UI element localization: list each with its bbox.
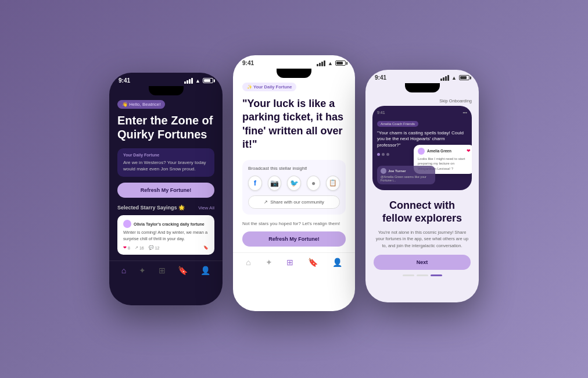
nav-bookmark[interactable]: 🔖 <box>178 266 188 275</box>
broadcast-title: Broadcast this stellar insight! <box>248 166 340 171</box>
skip-onboarding-btn[interactable]: Skip Onboarding <box>365 95 479 106</box>
daily-fortune-label: Your Daily Fortune <box>123 153 209 157</box>
realign-text: Not the stars you hoped for? Let's reali… <box>242 220 346 227</box>
daily-fortune-text: Are we in Westeros? Your bravery today w… <box>123 159 209 172</box>
shares-count[interactable]: ↗ 16 <box>135 245 144 250</box>
nav-stars[interactable]: ✦ <box>139 266 146 275</box>
fortune-tag: ✨ Your Daily Fortune <box>242 83 296 91</box>
bottom-nav-1: ⌂ ✦ ⊞ 🔖 👤 <box>109 261 223 279</box>
comment-avatar <box>418 148 425 155</box>
nav-grid[interactable]: ⊞ <box>159 266 166 275</box>
share-icon: ↗ <box>135 245 138 250</box>
connect-text: You're not alone in this cosmic journey!… <box>374 229 471 249</box>
view-all-link[interactable]: View All <box>198 205 214 211</box>
broadcast-section: Broadcast this stellar insight! f 📷 🐦 ● … <box>242 160 346 215</box>
comment-name: Amelia Green <box>427 149 451 153</box>
inner-name-badge: Amelia Coach Friends <box>377 121 418 127</box>
nav-home-2[interactable]: ⌂ <box>246 258 250 267</box>
progress-dot-2 <box>417 274 428 276</box>
saying-actions: ❤ 8 ↗ 16 💬 12 🔖 <box>123 245 209 250</box>
share-icon-2: ↗ <box>264 199 268 205</box>
phone-2-content: ✨ Your Daily Fortune "Your luck is like … <box>233 80 355 252</box>
battery-icon-3 <box>459 75 469 80</box>
refresh-btn-2[interactable]: Refresh My Fortune! <box>242 231 346 247</box>
grid-icon: ⊞ <box>159 266 166 275</box>
twitter-btn[interactable]: 🐦 <box>287 176 301 191</box>
refresh-btn-1[interactable]: Refresh My Fortune! <box>117 183 214 198</box>
home-icon-2: ⌂ <box>246 258 250 267</box>
inner-battery: ▪▪▪ <box>463 110 467 115</box>
comment-icon: 💬 <box>149 245 154 250</box>
facebook-btn[interactable]: f <box>248 176 262 191</box>
time-1: 9:41 <box>119 77 130 84</box>
stars-icon-2: ✦ <box>266 258 273 267</box>
comment-header: Amelia Green ❤ <box>418 148 471 155</box>
inner-time: 9:41 <box>377 110 385 115</box>
saying-user: Olivia Taylor's cracking daily fortune <box>123 220 209 228</box>
comments-count[interactable]: 💬 12 <box>149 245 160 250</box>
signal-icon-2 <box>317 60 325 66</box>
social-icons: f 📷 🐦 ● 📋 <box>248 176 340 191</box>
second-comment-header: Joe Turner <box>381 168 432 174</box>
comment-heart-icon: ❤ <box>467 148 471 154</box>
heart-icon: ❤ <box>123 245 127 250</box>
notch-1 <box>149 86 184 95</box>
share-community-btn[interactable]: ↗ Share with our community <box>248 195 340 209</box>
bookmark-nav-icon: 🔖 <box>178 266 188 275</box>
phone-1-title: Enter the Zone of Quirky Fortunes <box>117 113 214 141</box>
nav-grid-2[interactable]: ⊞ <box>286 258 293 267</box>
sayings-header: Selected Starry Sayings 🌟 View All <box>117 205 214 211</box>
status-icons-3: ▲ <box>440 75 469 81</box>
bottom-nav-2: ⌂ ✦ ⊞ 🔖 👤 <box>233 252 355 270</box>
notch-3 <box>405 83 440 92</box>
nav-profile[interactable]: 👤 <box>200 266 210 275</box>
other-btn[interactable]: ● <box>307 176 321 191</box>
second-comment: Joe Turner @Amelia Green seems like your… <box>377 166 435 184</box>
profile-icon: 👤 <box>200 266 210 275</box>
phone-3: 9:41 ▲ Skip Onboarding 9:41 ▪▪▪ Amelia C… <box>365 70 479 302</box>
time-2: 9:41 <box>242 60 254 66</box>
nav-bookmark-2[interactable]: 🔖 <box>308 258 318 267</box>
battery-icon-1 <box>203 78 213 83</box>
phones-container: 9:41 ▲ 👋 Hello, Beatrice! Enter the Zone… <box>98 55 490 323</box>
saying-card: Olivia Taylor's cracking daily fortune W… <box>117 215 214 255</box>
time-3: 9:41 <box>375 74 386 81</box>
nav-profile-2[interactable]: 👤 <box>332 258 342 267</box>
nav-home[interactable]: ⌂ <box>121 266 126 275</box>
phone-2: 9:41 ▲ ✨ Your Daily Fortune "Your luck i… <box>233 55 355 311</box>
dot-1 <box>377 153 380 156</box>
grid-icon-2: ⊞ <box>286 258 293 267</box>
instagram-btn[interactable]: 📷 <box>268 176 282 191</box>
nav-stars-2[interactable]: ✦ <box>266 258 273 267</box>
daily-fortune-card: Your Daily Fortune Are we in Westeros? Y… <box>117 148 214 177</box>
greeting-badge: 👋 Hello, Beatrice! <box>117 100 165 109</box>
battery-icon-2 <box>335 60 346 66</box>
second-avatar <box>381 168 386 174</box>
sayings-title: Selected Starry Sayings 🌟 <box>117 205 185 211</box>
progress-dot-3 <box>431 274 442 276</box>
bookmark-btn[interactable]: 🔖 <box>203 245 209 250</box>
status-bar-1: 9:41 ▲ <box>109 73 223 86</box>
status-icons-2: ▲ <box>317 60 346 66</box>
notch-2 <box>277 69 311 78</box>
stars-icon: ✦ <box>139 266 146 275</box>
copy-btn[interactable]: 📋 <box>326 176 340 191</box>
inner-phone-preview: 9:41 ▪▪▪ Amelia Coach Friends "Your char… <box>372 106 472 190</box>
connect-section: Connect with fellow explorers You're not… <box>365 195 479 281</box>
saying-avatar <box>123 220 131 228</box>
second-name: Joe Turner <box>388 169 406 173</box>
bookmark-icon-2: 🔖 <box>308 258 318 267</box>
home-icon: ⌂ <box>121 266 126 275</box>
progress-dot-1 <box>403 274 414 276</box>
second-comment-text: @Amelia Green seems like your Fortune i.… <box>381 175 432 182</box>
status-icons-1: ▲ <box>184 78 213 84</box>
next-btn[interactable]: Next <box>374 255 471 270</box>
phone-1: 9:41 ▲ 👋 Hello, Beatrice! Enter the Zone… <box>109 73 223 305</box>
dot-3 <box>386 153 389 156</box>
connect-title: Connect with fellow explorers <box>374 199 471 224</box>
main-quote: "Your luck is like a parking ticket, it … <box>242 97 346 152</box>
likes-count[interactable]: ❤ 8 <box>123 245 130 250</box>
signal-icon-3 <box>440 75 449 81</box>
wifi-icon-1: ▲ <box>195 78 200 84</box>
saying-text: Winter is coming! And by winter, we mean… <box>123 230 209 242</box>
